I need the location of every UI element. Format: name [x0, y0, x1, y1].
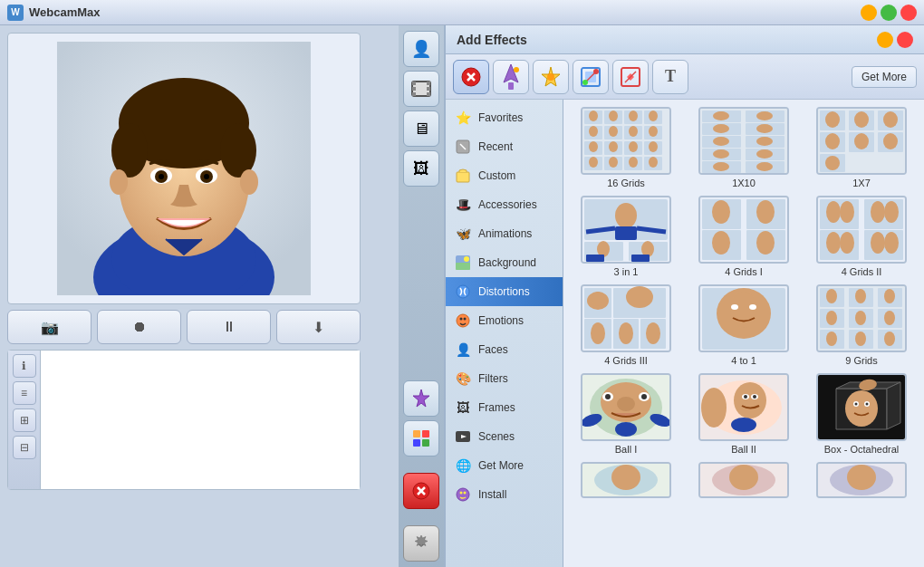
- emotions-icon: [453, 311, 473, 331]
- pause-button[interactable]: ⏸: [187, 310, 271, 344]
- strip-effects-button[interactable]: [403, 380, 439, 417]
- strip-person-button[interactable]: 👤: [403, 31, 439, 67]
- svg-point-98: [756, 111, 773, 120]
- effect-4gridsi[interactable]: 4 Grids I: [688, 196, 799, 277]
- category-animations[interactable]: 🦋 Animations: [446, 219, 563, 248]
- svg-point-106: [756, 137, 773, 146]
- grid-button[interactable]: ⊞: [13, 408, 36, 432]
- svg-point-205: [617, 397, 635, 411]
- main-content: 📷 ⏺ ⏸ ⬇ ℹ ≡ ⊞ ⊟ 👤: [0, 25, 924, 567]
- strip-picture-button[interactable]: 🖼: [403, 150, 439, 187]
- frames-label: Frames: [478, 401, 515, 414]
- effect-1x10[interactable]: 1X10: [688, 107, 799, 188]
- svg-point-102: [756, 124, 773, 133]
- layout-button[interactable]: ⊟: [13, 436, 36, 459]
- svg-point-80: [609, 141, 618, 152]
- svg-point-171: [591, 322, 605, 344]
- category-frames[interactable]: 🖼 Frames: [446, 393, 563, 422]
- distortions-label: Distortions: [478, 285, 530, 298]
- effect-4to1-thumb: [698, 284, 789, 352]
- svg-point-173: [619, 322, 633, 344]
- side-strip: 👤 🖥 🖼: [399, 25, 444, 567]
- category-scenes[interactable]: Scenes: [446, 422, 563, 451]
- svg-point-104: [713, 137, 729, 146]
- list-button[interactable]: ≡: [13, 381, 36, 405]
- effect-1x7[interactable]: 1X7: [806, 107, 917, 188]
- category-accessories[interactable]: 🎩 Accessories: [446, 190, 563, 219]
- effect-4to1[interactable]: 4 to 1: [688, 284, 799, 366]
- effects-close-button[interactable]: [897, 32, 913, 48]
- svg-point-154: [840, 201, 854, 223]
- camera-button[interactable]: 📷: [7, 310, 91, 344]
- tool-effects-button[interactable]: [533, 60, 569, 94]
- effects-grid: 16 Grids: [571, 107, 917, 498]
- svg-rect-22: [427, 92, 430, 96]
- get-more-button[interactable]: Get More: [852, 66, 917, 88]
- effect-box[interactable]: Box - Octahedral: [806, 373, 917, 455]
- info-button[interactable]: ℹ: [13, 354, 36, 378]
- tool-wizard-button[interactable]: [493, 60, 529, 94]
- svg-rect-19: [412, 92, 416, 96]
- svg-point-112: [713, 162, 729, 171]
- category-filters[interactable]: 🎨 Filters: [446, 364, 563, 393]
- effect-9grids[interactable]: 9 Grids: [806, 284, 917, 366]
- category-custom[interactable]: Custom: [446, 161, 563, 190]
- effect-4gridsiii[interactable]: 4 Grids III: [571, 284, 681, 366]
- strip-stop-button[interactable]: [403, 473, 439, 509]
- frames-icon: 🖼: [453, 398, 473, 418]
- svg-point-15: [240, 169, 258, 195]
- recent-icon: [453, 137, 473, 157]
- svg-point-150: [756, 231, 775, 255]
- close-button[interactable]: [900, 5, 917, 21]
- effect-partial1-thumb: [581, 462, 671, 498]
- effect-16grids[interactable]: 16 Grids: [571, 107, 681, 188]
- svg-point-51: [457, 285, 469, 298]
- category-favorites[interactable]: ⭐ Favorites: [446, 103, 563, 132]
- effect-partial3[interactable]: [806, 462, 917, 498]
- strip-screen-button[interactable]: 🖥: [403, 111, 439, 147]
- tool-text-button[interactable]: T: [652, 60, 688, 94]
- category-recent[interactable]: Recent: [446, 132, 563, 161]
- download-button[interactable]: ⬇: [276, 310, 361, 344]
- tool-effect2-button[interactable]: [612, 60, 649, 94]
- app-title: WebcamMax: [29, 5, 101, 19]
- effect-4gridsiii-thumb: [581, 284, 671, 352]
- category-distortions[interactable]: Distortions: [446, 277, 563, 306]
- effect-9grids-label: 9 Grids: [845, 355, 877, 366]
- effect-balli-label: Ball I: [615, 444, 637, 455]
- svg-marker-225: [887, 382, 900, 429]
- svg-point-82: [629, 141, 638, 152]
- svg-point-184: [826, 289, 837, 303]
- effect-partial2[interactable]: [688, 462, 799, 498]
- category-getmore[interactable]: 🌐 Get More: [446, 451, 563, 480]
- strip-tools-button[interactable]: [403, 420, 439, 456]
- category-faces[interactable]: 👤 Faces: [446, 335, 563, 364]
- recent-label: Recent: [478, 140, 513, 153]
- category-emotions[interactable]: Emotions: [446, 306, 563, 335]
- strip-gear-button[interactable]: [403, 525, 439, 562]
- effect-4gridsii[interactable]: 4 Grids II: [806, 196, 917, 277]
- svg-point-192: [855, 311, 866, 325]
- svg-point-125: [854, 133, 869, 149]
- effect-partial1[interactable]: [571, 462, 681, 498]
- svg-point-208: [605, 394, 611, 399]
- svg-point-159: [826, 232, 841, 254]
- category-background[interactable]: Background: [446, 248, 563, 277]
- svg-point-144: [712, 200, 730, 224]
- effect-balli[interactable]: Ball I: [571, 373, 681, 455]
- effect-3in1[interactable]: 3 in 1: [571, 196, 681, 277]
- record-button[interactable]: ⏺: [97, 310, 181, 344]
- minimize-button[interactable]: [861, 5, 877, 21]
- effect-ballii[interactable]: Ball II: [688, 373, 799, 455]
- install-icon: [453, 485, 473, 505]
- effect-4gridsi-thumb: [698, 196, 789, 264]
- svg-rect-133: [615, 226, 637, 240]
- tool-frame-button[interactable]: [573, 60, 609, 94]
- maximize-button[interactable]: [881, 5, 897, 21]
- tool-close-button[interactable]: [453, 60, 489, 94]
- effect-3in1-label: 3 in 1: [614, 266, 639, 277]
- svg-point-6: [111, 123, 148, 178]
- category-install[interactable]: Install: [446, 480, 563, 509]
- strip-film-button[interactable]: [403, 71, 439, 107]
- effects-minimize-button[interactable]: [877, 32, 893, 48]
